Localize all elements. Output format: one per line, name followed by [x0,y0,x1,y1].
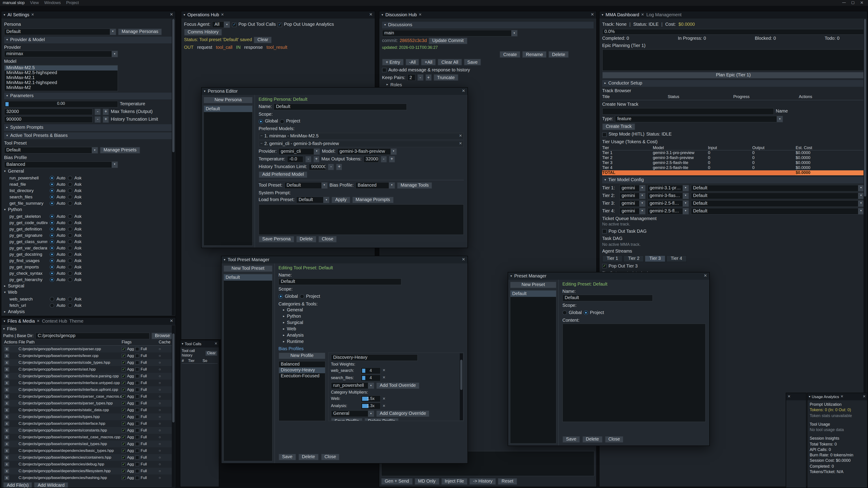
composer-action-button[interactable]: Gen + Send [381,478,412,485]
category-tree-node[interactable]: Web [283,326,464,332]
tier-model-select[interactable]: gemini-2.5-flash-lite [647,207,689,215]
auto-radio[interactable] [50,220,54,225]
tab-mma-dashboard[interactable]: MMA Dashboard [606,12,644,18]
close-icon[interactable] [369,12,373,18]
preset-name-input[interactable]: Default [562,295,653,301]
bias-profile-list-item[interactable]: Balanced [279,361,325,367]
full-checkbox[interactable] [135,374,139,378]
tier-model-config-header[interactable]: Tier Model Config [602,176,864,183]
category-tree-node[interactable]: Analysis [283,332,464,338]
tab-files-media[interactable]: Files & Media [7,319,40,324]
remove-model-button[interactable] [459,141,462,146]
increment-button[interactable] [425,74,432,81]
history-limit-input[interactable]: 900000 [4,116,93,123]
comms-history-button[interactable]: Comms History [184,29,222,36]
full-checkbox[interactable] [135,381,139,385]
remove-file-button[interactable] [4,468,9,474]
manage-presets-button[interactable]: Manage Presets [100,147,140,154]
weight-slider[interactable]: 4 [361,367,381,374]
auto-radio[interactable] [50,246,54,250]
increment-button[interactable] [389,156,395,162]
tier-provider-select[interactable]: gemini [619,185,646,191]
history-toolbar-button[interactable]: -All [405,59,419,66]
collapse-icon[interactable] [809,395,810,399]
increment-button[interactable] [336,163,342,170]
remove-model-button[interactable] [459,134,462,138]
pop-out-task-dag-checkbox[interactable] [602,229,607,234]
auto-radio[interactable] [50,303,54,307]
add-tool-override-button[interactable]: Add Tool Override [376,382,420,389]
stream-tab[interactable]: Tier 2 [623,255,644,262]
multiplier-slider[interactable]: 1.5x [361,395,381,402]
agg-checkbox[interactable] [122,381,126,385]
close-button[interactable]: Close [318,236,337,242]
menu-item[interactable]: View [30,0,39,6]
remove-file-button[interactable] [4,435,9,440]
tool-preset-select[interactable]: Default [284,182,328,189]
model-option[interactable]: MiniMax-M2 [4,85,118,90]
step-mode-checkbox[interactable] [602,132,607,137]
auto-radio[interactable] [50,195,54,199]
manage-prompts-button[interactable]: Manage Prompts [352,197,394,203]
add-files-button[interactable]: Add File(s) [3,482,32,488]
tier-model-select[interactable]: gemini-3.1-pro-preview [647,185,689,191]
history-limit-input[interactable]: 900000 [309,163,326,170]
max-output-input[interactable]: 32000 [363,156,379,162]
remove-file-button[interactable] [4,475,9,480]
clear-history-button[interactable]: Clear [205,351,217,356]
collapse-icon[interactable] [184,13,185,17]
close-icon[interactable] [462,257,465,263]
stream-tab[interactable]: Tier 4 [666,255,686,262]
save-button[interactable]: Save [562,436,580,443]
persona-select[interactable]: Default [4,28,116,35]
provider-model-header[interactable]: Provider & Model [4,36,173,43]
collapse-icon[interactable] [602,13,603,17]
full-checkbox[interactable] [135,435,139,439]
tool-override-select[interactable]: run_powershell [331,382,374,389]
remove-file-button[interactable] [4,448,9,453]
delete-button[interactable]: Delete [582,436,602,443]
new-tool-preset-button[interactable]: New Tool Preset [223,265,273,272]
remove-file-button[interactable] [4,347,9,352]
remove-override-icon[interactable] [382,368,385,373]
auto-radio[interactable] [50,297,54,301]
auto-radio[interactable] [50,201,54,205]
ask-radio[interactable] [68,252,72,256]
preset-content-input[interactable] [562,324,706,422]
ask-radio[interactable] [68,258,72,263]
tier-preset-select[interactable]: Default [691,192,864,199]
agg-checkbox[interactable] [122,388,126,392]
system-prompt-input[interactable] [258,204,464,235]
preset-list-item[interactable]: Default [510,291,556,297]
tree-node-web[interactable]: Web [4,289,173,295]
ask-radio[interactable] [68,227,72,231]
add-preferred-model-button[interactable]: Add Preferred Model [258,171,308,178]
save-profile-button[interactable]: Save Profile [331,418,363,421]
tool-preset-name-input[interactable]: Default [278,278,401,285]
delete-discussion-button[interactable]: Delete [548,51,569,58]
full-checkbox[interactable] [135,455,139,459]
persona-name-input[interactable]: Default [274,103,407,110]
discussions-header[interactable]: Discussions [382,22,594,29]
remove-override-icon[interactable] [382,396,385,401]
ask-radio[interactable] [68,265,72,269]
decrement-button[interactable] [417,74,423,81]
full-checkbox[interactable] [135,428,139,432]
collapse-icon[interactable] [204,89,206,93]
tier-preset-select[interactable]: Default [691,207,864,215]
increment-button[interactable] [313,156,320,162]
full-checkbox[interactable] [135,422,139,426]
reorder-handle-icon[interactable] [260,134,262,138]
auto-radio[interactable] [50,239,54,244]
close-icon[interactable] [215,341,217,346]
remove-file-button[interactable] [4,353,9,358]
tab-close-icon[interactable] [840,394,843,399]
remove-file-button[interactable] [4,455,9,460]
ask-radio[interactable] [68,303,72,307]
agg-checkbox[interactable] [122,469,126,473]
ask-radio[interactable] [68,175,72,180]
temperature-slider[interactable]: 0.00 [4,101,118,107]
full-checkbox[interactable] [135,462,139,466]
composer-action-button[interactable]: -> History [469,478,496,485]
tier-provider-select[interactable]: gemini [619,192,646,199]
